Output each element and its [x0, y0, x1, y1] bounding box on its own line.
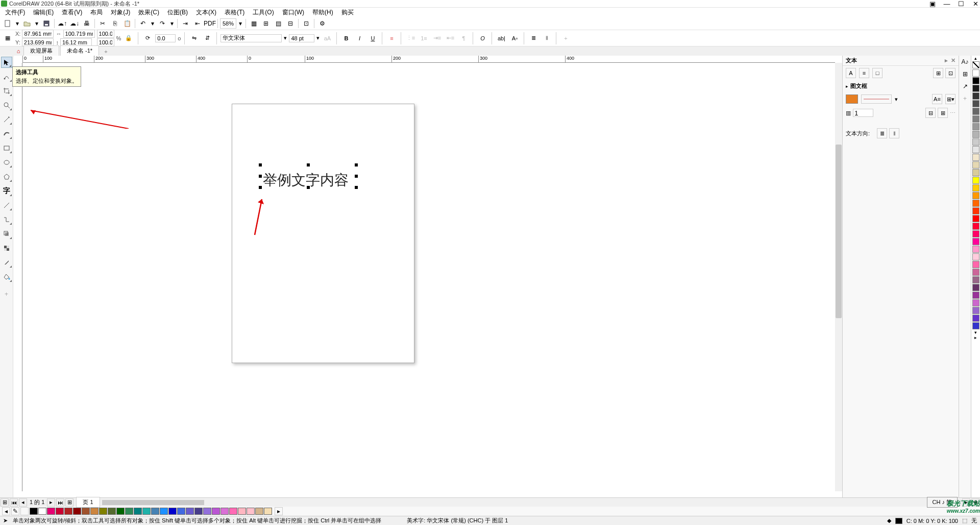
palette-swatch[interactable] — [972, 230, 979, 237]
menu-object[interactable]: 对象(J) — [108, 8, 133, 17]
list-bullet-button[interactable]: ⋮≡ — [405, 33, 416, 44]
column-settings-icon[interactable]: ⊞ — [938, 108, 948, 118]
paste-button[interactable]: 📋 — [121, 18, 133, 29]
page-prev-button[interactable]: ◂ — [19, 498, 27, 507]
page-last-button[interactable]: ⏭ — [56, 498, 64, 507]
show-rulers-button[interactable]: ⊞ — [260, 18, 272, 29]
outline-indicator-icon[interactable]: ⬚ — [962, 517, 967, 524]
add-tab-button[interactable]: + — [100, 47, 111, 56]
palette-swatch[interactable] — [972, 77, 979, 84]
bottom-color-swatch[interactable] — [99, 508, 107, 515]
bottom-color-swatch[interactable] — [212, 508, 220, 515]
fill-swatch[interactable] — [895, 518, 902, 524]
bottom-color-swatch[interactable] — [56, 508, 64, 515]
page-add-button[interactable]: ⊞ — [1, 498, 9, 507]
palette-swatch[interactable] — [972, 207, 979, 214]
frame-tab-icon[interactable]: □ — [872, 68, 883, 78]
text-horiz-button[interactable]: ≣ — [528, 33, 539, 44]
palette-swatch[interactable] — [972, 200, 979, 207]
bottom-color-swatch[interactable] — [229, 508, 237, 515]
eyedropper-tool[interactable] — [1, 257, 12, 268]
menu-file[interactable]: 文件(F) — [2, 8, 28, 17]
column-more-icon[interactable]: ⋯ — [950, 110, 955, 116]
rstrip-transform-icon[interactable]: ↗ — [960, 81, 970, 91]
import-button[interactable]: ⇥ — [180, 18, 191, 29]
palette-swatch[interactable] — [972, 269, 979, 276]
toolbox-add-button[interactable]: + — [1, 289, 12, 300]
publish-pdf-button[interactable]: PDF — [204, 18, 215, 29]
page-canvas[interactable]: 举例文字内容 — [232, 104, 414, 363]
freehand-tool[interactable] — [1, 114, 12, 125]
palette-swatch[interactable] — [972, 292, 979, 299]
menu-view[interactable]: 查看(V) — [59, 8, 85, 17]
palette-swatch[interactable] — [972, 253, 979, 260]
no-color-swatch[interactable] — [972, 61, 979, 68]
bottom-color-swatch[interactable] — [64, 508, 72, 515]
new-dropdown[interactable]: ▾ — [14, 20, 20, 27]
column-align-icon[interactable]: ⊟ — [925, 108, 936, 118]
palette-swatch[interactable] — [972, 138, 979, 146]
undo-dropdown[interactable]: ▾ — [150, 20, 156, 27]
bottom-color-swatch[interactable] — [108, 508, 116, 515]
document-tab[interactable]: 未命名 -1* — [60, 45, 99, 56]
page-next-button[interactable]: ▸ — [47, 498, 55, 507]
menu-window[interactable]: 窗口(W) — [279, 8, 307, 17]
add-property-button[interactable]: + — [560, 33, 571, 44]
bottom-color-swatch[interactable] — [116, 508, 125, 515]
bottom-color-swatch[interactable] — [186, 508, 194, 515]
palette-swatch[interactable] — [972, 284, 979, 291]
bcolor-none[interactable] — [20, 507, 29, 515]
palette-swatch[interactable] — [972, 85, 979, 92]
menu-table[interactable]: 表格(T) — [222, 8, 248, 17]
zoom-tool[interactable] — [1, 100, 12, 111]
palette-swatch[interactable] — [972, 215, 979, 222]
text-dir-vert-button[interactable]: ⦀ — [889, 128, 899, 138]
drop-shadow-tool[interactable] — [1, 228, 12, 240]
rstrip-align-icon[interactable]: ⊞ — [960, 69, 970, 79]
lock-ratio-button[interactable]: 🔒 — [123, 33, 134, 44]
palette-swatch[interactable] — [972, 299, 979, 306]
rstrip-add-icon[interactable]: + — [960, 93, 970, 104]
palette-swatch[interactable] — [972, 307, 979, 314]
bottom-color-swatch[interactable] — [82, 508, 90, 515]
polygon-tool[interactable] — [1, 171, 12, 182]
fill-tool[interactable] — [1, 271, 12, 282]
help-window-icon[interactable]: ▣ — [929, 0, 936, 7]
zoom-dropdown[interactable]: ▾ — [237, 20, 243, 27]
width-input[interactable] — [63, 30, 95, 38]
open-dropdown[interactable]: ▾ — [34, 20, 40, 27]
columns-input[interactable] — [853, 109, 873, 117]
menu-layout[interactable]: 布局 — [87, 8, 106, 17]
dropcap-button[interactable]: ¶ — [458, 33, 469, 44]
menu-help[interactable]: 帮助(H) — [309, 8, 336, 17]
bold-button[interactable]: B — [340, 33, 352, 44]
mirror-v-button[interactable]: ⇵ — [202, 33, 213, 44]
palette-swatch[interactable] — [972, 123, 979, 130]
palette-swatch[interactable] — [972, 322, 979, 329]
export-button[interactable]: ⇤ — [192, 18, 203, 29]
object-origin-icon[interactable]: ▦ — [2, 33, 13, 44]
bottom-color-swatch[interactable] — [247, 508, 255, 515]
crop-tool[interactable] — [1, 85, 12, 97]
font-size-input[interactable] — [289, 34, 314, 42]
bottom-color-swatch[interactable] — [151, 508, 159, 515]
bottom-color-swatch[interactable] — [264, 508, 272, 515]
bottom-color-swatch[interactable] — [177, 508, 185, 515]
close-button[interactable]: ✕ — [972, 0, 979, 7]
menu-bitmap[interactable]: 位图(B) — [164, 8, 191, 17]
ime-indicator[interactable]: CH ♪ 简 — [927, 497, 958, 508]
palette-swatch[interactable] — [972, 169, 979, 176]
indent-dec-button[interactable]: ⇤≡ — [445, 33, 456, 44]
shape-tool[interactable] — [1, 71, 12, 82]
bottom-color-swatch[interactable] — [160, 508, 168, 515]
zoom-level-input[interactable]: 58% — [220, 18, 236, 29]
palette-swatch[interactable] — [972, 108, 979, 115]
page-tab-1[interactable]: 页 1 — [76, 497, 100, 508]
show-guides-button[interactable]: ⊟ — [285, 18, 296, 29]
palette-down-icon[interactable]: ▾ — [974, 330, 977, 335]
palette-swatch[interactable] — [972, 223, 979, 230]
bottom-color-swatch[interactable] — [134, 508, 142, 515]
palette-swatch[interactable] — [972, 92, 979, 100]
palette-swatch[interactable] — [972, 315, 979, 322]
bottom-color-swatch[interactable] — [125, 508, 133, 515]
